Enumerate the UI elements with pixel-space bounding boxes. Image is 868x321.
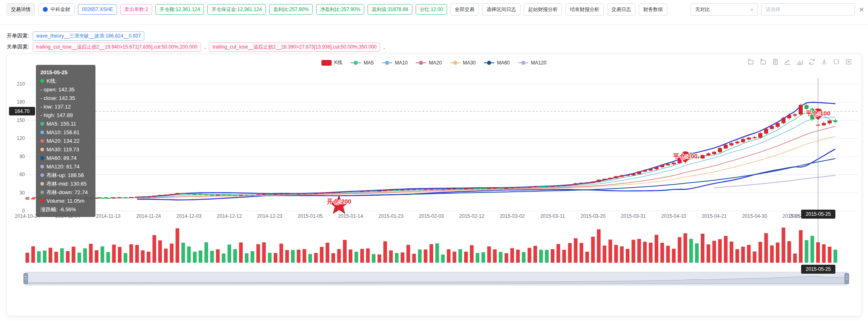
chart-legend: K线MA5MA10MA20MA30MA60MA120 <box>7 59 861 66</box>
tooltip-text: 布林-up: 188.56 <box>46 171 84 179</box>
x-tick-label: 2015-04-21 <box>702 213 726 219</box>
y-tick-label: 60 <box>7 172 25 177</box>
stock-code-badge: 002657.XSHE <box>78 4 117 15</box>
tooltip-series-dot <box>40 199 44 203</box>
toolbar-button[interactable]: 选择区间日志 <box>482 3 520 15</box>
sell-count-badge: 卖出单数:2 <box>120 4 152 15</box>
x-tick-label: 2014-12-03 <box>176 213 201 219</box>
zoom-reset-icon[interactable] <box>760 58 766 65</box>
tooltip-text: - high: 147.89 <box>40 111 73 120</box>
toolbar-button[interactable]: 交易日志 <box>607 3 636 15</box>
legend-label: MA10 <box>395 60 407 66</box>
chevron-down-icon: ∨ <box>750 7 753 12</box>
tooltip-text: - low: 137.12 <box>40 102 71 111</box>
restore-icon[interactable] <box>808 58 815 65</box>
tooltip-row: Volume: 11.05m <box>40 197 91 205</box>
zoom-box-icon[interactable] <box>747 58 754 65</box>
tooltip-row: - low: 137.12 <box>40 102 91 111</box>
close-icon[interactable]: × <box>858 3 865 15</box>
open-factor-badges: wave_theory__三浪突破__波浪:186.824__0.937 <box>33 31 145 41</box>
tooltip-row: MA30: 119.73 <box>40 145 91 154</box>
toolbar-button[interactable]: 财务数据 <box>639 3 667 15</box>
legend-label: MA20 <box>429 60 441 66</box>
x-tick-label: 2015-01-05 <box>298 213 323 219</box>
close-factor-badges: trailing_cut_lose__追踪止损2__19.940>15.671[… <box>33 42 385 52</box>
y-tick-label: 180 <box>7 99 25 105</box>
legend-item-MA60[interactable]: MA60 <box>484 59 509 66</box>
x-tick-label: 2015-04-10 <box>661 213 686 219</box>
compare-select[interactable]: 无对比 ∨ <box>691 3 758 15</box>
x-tick-label: 2015-02-03 <box>419 213 444 219</box>
legend-item-MA20[interactable]: MA20 <box>416 59 441 66</box>
legend-swatch-line <box>484 60 494 66</box>
toolbar-buttons: 全部交易选择区间日志起始财报分析结束财报分析交易日志财务数据 <box>450 3 667 15</box>
stock-name: 中科金财 <box>51 6 70 13</box>
tooltip-series-dot <box>40 139 44 143</box>
y-tick-label: 0 <box>7 208 25 214</box>
tooltip-text: - open: 142.35 <box>40 85 75 94</box>
legend-item-MA10[interactable]: MA10 <box>382 59 407 66</box>
brush-select-icon[interactable] <box>833 58 840 65</box>
toolbar-button[interactable]: 结束财报分析 <box>565 3 604 15</box>
legend-item-MA120[interactable]: MA120 <box>518 59 547 66</box>
open-factor-label: 开单因素: <box>7 32 29 40</box>
x-tick-label: 2015-03-20 <box>580 213 605 219</box>
tooltip-series-dot <box>40 190 44 194</box>
legend-label: MA60 <box>497 60 509 66</box>
tooltip-date: 2015-05-25 <box>40 68 91 77</box>
line-chart-icon[interactable] <box>784 58 791 65</box>
svg-text:平仓:100: 平仓:100 <box>673 153 698 159</box>
x-tick-label: 2015-03-02 <box>500 213 525 219</box>
separator: , <box>383 44 385 50</box>
tooltip-text: MA10: 156.61 <box>46 128 80 137</box>
open-factor-row: 开单因素: wave_theory__三浪突破__波浪:186.824__0.9… <box>7 31 144 41</box>
stock-name-button[interactable]: 中科金财 <box>38 3 75 15</box>
x-tick-label: 2015-04-30 <box>742 213 767 219</box>
y-tick-label: 150 <box>7 117 25 123</box>
stat-badge: 盈利值:31878.88 <box>368 4 412 15</box>
y-tick-label: 120 <box>7 135 25 141</box>
chart-card: 开仓:200平仓:100平仓:100 K线MA5MA10MA20MA30MA60… <box>7 54 861 316</box>
brush-clear-icon[interactable] <box>845 58 852 65</box>
tooltip-text: 布林-down: 72.74 <box>46 188 88 197</box>
tooltip-series-dot <box>40 165 44 168</box>
tooltip-row: MA10: 156.61 <box>40 128 91 137</box>
legend-swatch-rect <box>321 60 332 66</box>
tooltip-series-dot <box>40 79 44 83</box>
x-tick-label: 2015-01-23 <box>379 213 403 219</box>
tooltip-series-dot <box>40 173 44 177</box>
tooltip-text: MA60: 89.74 <box>46 154 77 162</box>
y-tick-label: 210 <box>7 81 25 87</box>
legend-label: MA120 <box>531 60 547 66</box>
tooltip-row: 布林-up: 188.56 <box>40 171 91 179</box>
tooltip-text: 布林-mid: 130.65 <box>46 179 86 188</box>
open-factor-badge: wave_theory__三浪突破__波浪:186.824__0.937 <box>33 31 145 41</box>
legend-item-K线[interactable]: K线 <box>321 59 342 66</box>
tooltip-text: MA5: 155.11 <box>46 120 76 128</box>
data-view-icon[interactable] <box>772 58 779 65</box>
stat-badge: 盈利比:257.90% <box>269 4 313 15</box>
x-tick-label: 2014-11-24 <box>136 213 161 219</box>
bar-chart-icon[interactable] <box>796 58 803 65</box>
tooltip-text: MA30: 119.73 <box>46 145 79 154</box>
toolbar-button[interactable]: 起始财报分析 <box>524 3 562 15</box>
compare-select-value: 无对比 <box>695 6 710 13</box>
candlestick-chart[interactable]: 开仓:200平仓:100平仓:100 <box>7 54 862 317</box>
x-tick-label: 2015-02-12 <box>459 213 484 219</box>
tooltip-series-dot <box>40 131 44 134</box>
stat-badge: 开仓额:12,361.124 <box>155 4 204 15</box>
volume-axis-pointer-badge: 2015-05-25 <box>801 265 835 274</box>
legend-item-MA30[interactable]: MA30 <box>450 59 476 66</box>
tooltip-row: 布林-mid: 130.65 <box>40 179 91 188</box>
chart-toolbox <box>747 58 852 65</box>
tooltip-text: MA120: 61.74 <box>46 162 80 171</box>
search-input[interactable] <box>761 3 855 15</box>
download-icon[interactable] <box>821 58 828 65</box>
tooltip-rows: K线:- open: 142.35- close: 142.35- low: 1… <box>40 77 91 214</box>
x-tick-label: 2015-03-31 <box>621 213 646 219</box>
tooltip-row: MA20: 134.22 <box>40 137 91 145</box>
trade-detail-button[interactable]: 交易详情 <box>7 3 35 15</box>
legend-label: MA5 <box>363 60 374 66</box>
toolbar-button[interactable]: 全部交易 <box>450 3 479 15</box>
legend-item-MA5[interactable]: MA5 <box>350 59 374 66</box>
